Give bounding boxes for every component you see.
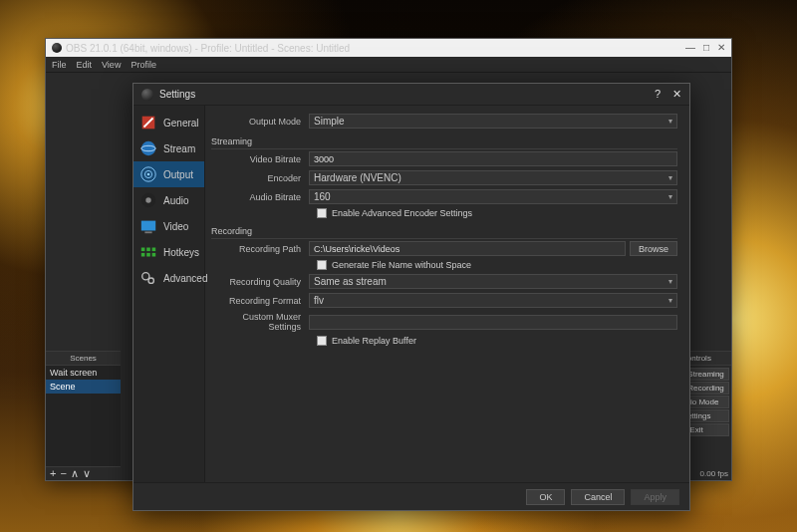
- chevron-down-icon: ▾: [668, 173, 672, 182]
- combo-value: Hardware (NVENC): [314, 172, 401, 183]
- enable-advanced-encoder-label: Enable Advanced Encoder Settings: [332, 208, 472, 218]
- recording-quality-label: Recording Quality: [209, 277, 309, 287]
- settings-app-icon: [141, 89, 153, 101]
- combo-value: 160: [314, 191, 331, 202]
- chevron-down-icon: ▾: [668, 117, 672, 126]
- scenes-header: Scenes: [46, 352, 121, 366]
- video-bitrate-label: Video Bitrate: [209, 154, 309, 164]
- scene-item[interactable]: Wait screen: [46, 366, 121, 380]
- scene-list[interactable]: Wait screen Scene: [46, 366, 121, 466]
- recording-path-label: Recording Path: [209, 244, 309, 254]
- settings-dialog: Settings ? ✕ General Stream: [133, 83, 690, 511]
- svg-point-5: [147, 173, 150, 176]
- enable-advanced-encoder-checkbox[interactable]: [317, 208, 327, 218]
- obs-app-icon: [52, 43, 62, 53]
- recording-section-head: Recording: [211, 226, 677, 239]
- gen-filename-label: Generate File Name without Space: [332, 260, 471, 270]
- close-icon[interactable]: ✕: [672, 88, 681, 101]
- nav-output[interactable]: Output: [133, 161, 204, 187]
- settings-nav: General Stream Output Audio: [133, 106, 205, 482]
- scene-tools: + − ∧ ∨: [46, 466, 121, 480]
- obs-title: OBS 21.0.1 (64bit, windows) - Profile: U…: [52, 43, 685, 54]
- nav-hotkeys[interactable]: Hotkeys: [133, 239, 204, 265]
- video-bitrate-input[interactable]: [309, 151, 677, 166]
- menu-view[interactable]: View: [102, 60, 121, 70]
- general-icon: [139, 114, 157, 132]
- nav-label: Video: [163, 221, 188, 232]
- nav-label: Stream: [163, 143, 195, 154]
- chevron-down-icon: ▾: [668, 192, 672, 201]
- stream-icon: [139, 139, 157, 157]
- scene-down-icon[interactable]: ∨: [83, 468, 91, 479]
- browse-button[interactable]: Browse: [630, 241, 677, 256]
- svg-rect-10: [141, 248, 145, 252]
- output-mode-select[interactable]: Simple▾: [309, 114, 677, 129]
- svg-rect-9: [144, 231, 151, 233]
- settings-content: Output Mode Simple▾ Streaming Video Bitr…: [205, 106, 689, 482]
- minimize-icon[interactable]: —: [685, 43, 695, 53]
- nav-label: Hotkeys: [163, 247, 199, 258]
- svg-point-1: [141, 141, 155, 155]
- menu-edit[interactable]: Edit: [77, 60, 93, 70]
- cancel-button[interactable]: Cancel: [571, 489, 625, 505]
- help-icon[interactable]: ?: [655, 88, 661, 101]
- nav-stream[interactable]: Stream: [133, 135, 204, 161]
- svg-point-16: [142, 273, 149, 280]
- obs-title-text: OBS 21.0.1 (64bit, windows) - Profile: U…: [66, 43, 350, 54]
- obs-menubar: File Edit View Profile: [46, 57, 731, 73]
- recording-format-select[interactable]: flv▾: [309, 293, 677, 308]
- nav-video[interactable]: Video: [133, 213, 204, 239]
- audio-bitrate-select[interactable]: 160▾: [309, 189, 677, 204]
- settings-title: Settings: [159, 89, 655, 100]
- recording-format-label: Recording Format: [209, 296, 309, 306]
- settings-titlebar[interactable]: Settings ? ✕: [133, 84, 689, 106]
- scene-up-icon[interactable]: ∧: [71, 468, 79, 479]
- ok-button[interactable]: OK: [526, 489, 565, 505]
- video-icon: [139, 217, 157, 235]
- svg-rect-13: [141, 253, 145, 257]
- combo-value: Same as stream: [314, 276, 387, 287]
- scenes-panel: Scenes Wait screen Scene + − ∧ ∨: [46, 351, 121, 480]
- svg-point-17: [148, 278, 153, 283]
- maximize-icon[interactable]: □: [703, 43, 709, 53]
- svg-rect-8: [141, 221, 155, 231]
- audio-bitrate-label: Audio Bitrate: [209, 192, 309, 202]
- menu-file[interactable]: File: [52, 60, 67, 70]
- advanced-icon: [139, 269, 157, 287]
- nav-label: Audio: [163, 195, 189, 206]
- chevron-down-icon: ▾: [668, 277, 672, 286]
- hotkeys-icon: [139, 243, 157, 261]
- output-icon: [139, 165, 157, 183]
- dialog-footer: OK Cancel Apply: [133, 482, 689, 510]
- apply-button[interactable]: Apply: [631, 489, 679, 505]
- add-scene-icon[interactable]: +: [50, 468, 56, 479]
- encoder-select[interactable]: Hardware (NVENC)▾: [309, 170, 677, 185]
- chevron-down-icon: ▾: [668, 296, 672, 305]
- recording-quality-select[interactable]: Same as stream▾: [309, 274, 677, 289]
- muxer-settings-label: Custom Muxer Settings: [209, 312, 309, 332]
- combo-value: flv: [314, 295, 324, 306]
- obs-titlebar[interactable]: OBS 21.0.1 (64bit, windows) - Profile: U…: [46, 39, 731, 57]
- menu-profile[interactable]: Profile: [131, 60, 156, 70]
- audio-icon: [139, 191, 157, 209]
- remove-scene-icon[interactable]: −: [60, 468, 66, 479]
- enable-replay-buffer-checkbox[interactable]: [317, 336, 327, 346]
- combo-value: Simple: [314, 116, 345, 127]
- nav-label: General: [163, 118, 199, 129]
- svg-rect-12: [152, 248, 156, 252]
- nav-audio[interactable]: Audio: [133, 187, 204, 213]
- encoder-label: Encoder: [209, 173, 309, 183]
- nav-label: Output: [163, 169, 193, 180]
- streaming-section-head: Streaming: [211, 136, 677, 149]
- nav-advanced[interactable]: Advanced: [133, 265, 204, 291]
- muxer-settings-input[interactable]: [309, 315, 677, 330]
- svg-rect-14: [146, 253, 150, 257]
- nav-label: Advanced: [163, 273, 207, 284]
- obs-body: Scenes Wait screen Scene + − ∧ ∨ Control…: [46, 73, 731, 480]
- close-icon[interactable]: ✕: [717, 43, 725, 53]
- svg-point-7: [145, 197, 150, 202]
- nav-general[interactable]: General: [133, 110, 204, 135]
- gen-filename-checkbox[interactable]: [317, 260, 327, 270]
- scene-item[interactable]: Scene: [46, 380, 121, 394]
- recording-path-input[interactable]: [309, 241, 626, 256]
